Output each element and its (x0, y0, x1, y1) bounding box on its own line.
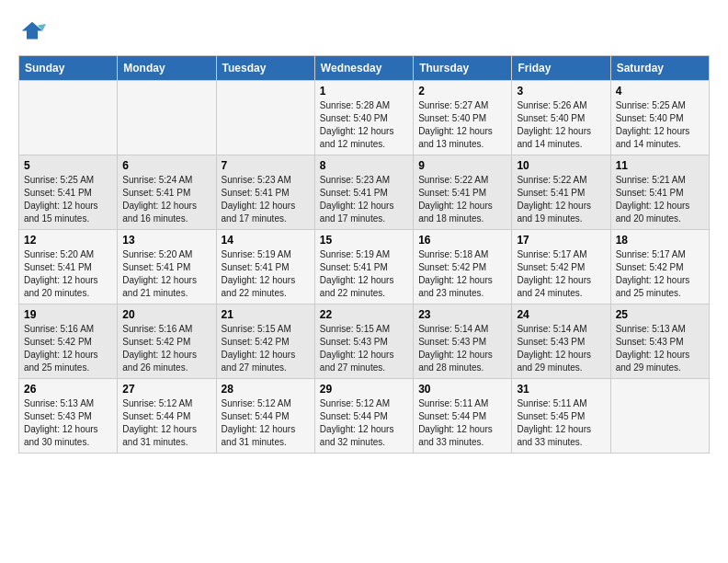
day-info: Sunrise: 5:26 AM Sunset: 5:40 PM Dayligh… (517, 99, 605, 151)
day-number: 12 (24, 234, 112, 247)
calendar-body: 1Sunrise: 5:28 AM Sunset: 5:40 PM Daylig… (19, 81, 710, 454)
day-number: 14 (222, 234, 310, 247)
calendar-cell: 18Sunrise: 5:17 AM Sunset: 5:42 PM Dayli… (610, 230, 709, 304)
calendar-cell: 19Sunrise: 5:16 AM Sunset: 5:42 PM Dayli… (19, 304, 118, 379)
day-info: Sunrise: 5:16 AM Sunset: 5:42 PM Dayligh… (122, 323, 210, 374)
calendar-cell: 15Sunrise: 5:19 AM Sunset: 5:41 PM Dayli… (314, 230, 413, 304)
day-info: Sunrise: 5:12 AM Sunset: 5:44 PM Dayligh… (320, 397, 408, 449)
day-info: Sunrise: 5:21 AM Sunset: 5:41 PM Dayligh… (616, 174, 704, 225)
day-number: 16 (418, 234, 506, 247)
day-number: 28 (222, 383, 310, 396)
day-info: Sunrise: 5:23 AM Sunset: 5:41 PM Dayligh… (222, 174, 310, 225)
day-info: Sunrise: 5:24 AM Sunset: 5:41 PM Dayligh… (122, 174, 210, 225)
day-number: 2 (418, 85, 506, 98)
column-header-monday: Monday (118, 56, 216, 81)
day-number: 10 (517, 159, 605, 172)
calendar-cell: 8Sunrise: 5:23 AM Sunset: 5:41 PM Daylig… (314, 155, 413, 230)
calendar-cell: 29Sunrise: 5:12 AM Sunset: 5:44 PM Dayli… (314, 379, 413, 454)
day-number: 6 (122, 159, 210, 172)
day-number: 23 (418, 308, 506, 321)
calendar-week-1: 1Sunrise: 5:28 AM Sunset: 5:40 PM Daylig… (19, 81, 710, 155)
calendar-cell: 30Sunrise: 5:11 AM Sunset: 5:44 PM Dayli… (414, 379, 512, 454)
day-number: 18 (616, 234, 704, 247)
calendar-cell: 26Sunrise: 5:13 AM Sunset: 5:43 PM Dayli… (19, 379, 118, 454)
day-number: 31 (517, 383, 605, 396)
day-info: Sunrise: 5:17 AM Sunset: 5:42 PM Dayligh… (517, 248, 605, 300)
calendar-cell: 2Sunrise: 5:27 AM Sunset: 5:40 PM Daylig… (414, 81, 512, 155)
day-number: 8 (320, 159, 408, 172)
calendar-cell: 16Sunrise: 5:18 AM Sunset: 5:42 PM Dayli… (414, 230, 512, 304)
day-info: Sunrise: 5:15 AM Sunset: 5:42 PM Dayligh… (222, 323, 310, 374)
calendar-table: SundayMondayTuesdayWednesdayThursdayFrid… (18, 55, 710, 454)
day-info: Sunrise: 5:11 AM Sunset: 5:44 PM Dayligh… (418, 397, 506, 449)
calendar-cell (19, 81, 118, 155)
day-number: 3 (517, 85, 605, 98)
day-info: Sunrise: 5:12 AM Sunset: 5:44 PM Dayligh… (222, 397, 310, 449)
day-info: Sunrise: 5:25 AM Sunset: 5:40 PM Dayligh… (616, 99, 704, 151)
day-info: Sunrise: 5:23 AM Sunset: 5:41 PM Dayligh… (320, 174, 408, 225)
calendar-cell: 12Sunrise: 5:20 AM Sunset: 5:41 PM Dayli… (19, 230, 118, 304)
calendar-week-2: 5Sunrise: 5:25 AM Sunset: 5:41 PM Daylig… (19, 155, 710, 230)
day-info: Sunrise: 5:19 AM Sunset: 5:41 PM Dayligh… (320, 248, 408, 300)
column-header-saturday: Saturday (610, 56, 709, 81)
day-number: 21 (222, 308, 310, 321)
day-info: Sunrise: 5:11 AM Sunset: 5:45 PM Dayligh… (517, 397, 605, 449)
calendar-cell (610, 379, 709, 454)
svg-marker-0 (22, 22, 43, 40)
day-info: Sunrise: 5:25 AM Sunset: 5:41 PM Dayligh… (24, 174, 112, 225)
day-info: Sunrise: 5:16 AM Sunset: 5:42 PM Dayligh… (24, 323, 112, 374)
day-number: 25 (616, 308, 704, 321)
column-header-wednesday: Wednesday (314, 56, 413, 81)
calendar-cell: 27Sunrise: 5:12 AM Sunset: 5:44 PM Dayli… (118, 379, 216, 454)
day-number: 30 (418, 383, 506, 396)
day-info: Sunrise: 5:27 AM Sunset: 5:40 PM Dayligh… (418, 99, 506, 151)
day-number: 29 (320, 383, 408, 396)
day-number: 11 (616, 159, 704, 172)
day-info: Sunrise: 5:22 AM Sunset: 5:41 PM Dayligh… (418, 174, 506, 225)
calendar-cell: 1Sunrise: 5:28 AM Sunset: 5:40 PM Daylig… (314, 81, 413, 155)
day-info: Sunrise: 5:18 AM Sunset: 5:42 PM Dayligh… (418, 248, 506, 300)
header-row: SundayMondayTuesdayWednesdayThursdayFrid… (19, 56, 710, 81)
calendar-cell (118, 81, 216, 155)
calendar-header: SundayMondayTuesdayWednesdayThursdayFrid… (19, 56, 710, 81)
column-header-sunday: Sunday (19, 56, 118, 81)
day-info: Sunrise: 5:20 AM Sunset: 5:41 PM Dayligh… (122, 248, 210, 300)
calendar-cell: 17Sunrise: 5:17 AM Sunset: 5:42 PM Dayli… (512, 230, 610, 304)
day-number: 20 (122, 308, 210, 321)
day-info: Sunrise: 5:20 AM Sunset: 5:41 PM Dayligh… (24, 248, 112, 300)
calendar-cell: 11Sunrise: 5:21 AM Sunset: 5:41 PM Dayli… (610, 155, 709, 230)
column-header-friday: Friday (512, 56, 610, 81)
day-number: 22 (320, 308, 408, 321)
calendar-cell: 4Sunrise: 5:25 AM Sunset: 5:40 PM Daylig… (610, 81, 709, 155)
calendar-cell: 24Sunrise: 5:14 AM Sunset: 5:43 PM Dayli… (512, 304, 610, 379)
day-info: Sunrise: 5:19 AM Sunset: 5:41 PM Dayligh… (222, 248, 310, 300)
column-header-tuesday: Tuesday (216, 56, 314, 81)
day-number: 9 (418, 159, 506, 172)
calendar-cell: 31Sunrise: 5:11 AM Sunset: 5:45 PM Dayli… (512, 379, 610, 454)
day-number: 13 (122, 234, 210, 247)
column-header-thursday: Thursday (414, 56, 512, 81)
calendar-cell: 20Sunrise: 5:16 AM Sunset: 5:42 PM Dayli… (118, 304, 216, 379)
calendar-week-4: 19Sunrise: 5:16 AM Sunset: 5:42 PM Dayli… (19, 304, 710, 379)
page-header (18, 18, 710, 46)
calendar-cell: 7Sunrise: 5:23 AM Sunset: 5:41 PM Daylig… (216, 155, 314, 230)
day-info: Sunrise: 5:12 AM Sunset: 5:44 PM Dayligh… (122, 397, 210, 449)
calendar-cell: 21Sunrise: 5:15 AM Sunset: 5:42 PM Dayli… (216, 304, 314, 379)
day-info: Sunrise: 5:14 AM Sunset: 5:43 PM Dayligh… (517, 323, 605, 374)
calendar-cell: 14Sunrise: 5:19 AM Sunset: 5:41 PM Dayli… (216, 230, 314, 304)
day-number: 24 (517, 308, 605, 321)
logo-icon (18, 18, 46, 46)
calendar-cell: 3Sunrise: 5:26 AM Sunset: 5:40 PM Daylig… (512, 81, 610, 155)
day-info: Sunrise: 5:13 AM Sunset: 5:43 PM Dayligh… (24, 397, 112, 449)
day-info: Sunrise: 5:22 AM Sunset: 5:41 PM Dayligh… (517, 174, 605, 225)
calendar-cell (216, 81, 314, 155)
day-info: Sunrise: 5:28 AM Sunset: 5:40 PM Dayligh… (320, 99, 408, 151)
day-info: Sunrise: 5:13 AM Sunset: 5:43 PM Dayligh… (616, 323, 704, 374)
day-number: 4 (616, 85, 704, 98)
day-info: Sunrise: 5:17 AM Sunset: 5:42 PM Dayligh… (616, 248, 704, 300)
day-number: 19 (24, 308, 112, 321)
day-number: 7 (222, 159, 310, 172)
calendar-week-3: 12Sunrise: 5:20 AM Sunset: 5:41 PM Dayli… (19, 230, 710, 304)
calendar-cell: 6Sunrise: 5:24 AM Sunset: 5:41 PM Daylig… (118, 155, 216, 230)
calendar-cell: 22Sunrise: 5:15 AM Sunset: 5:43 PM Dayli… (314, 304, 413, 379)
